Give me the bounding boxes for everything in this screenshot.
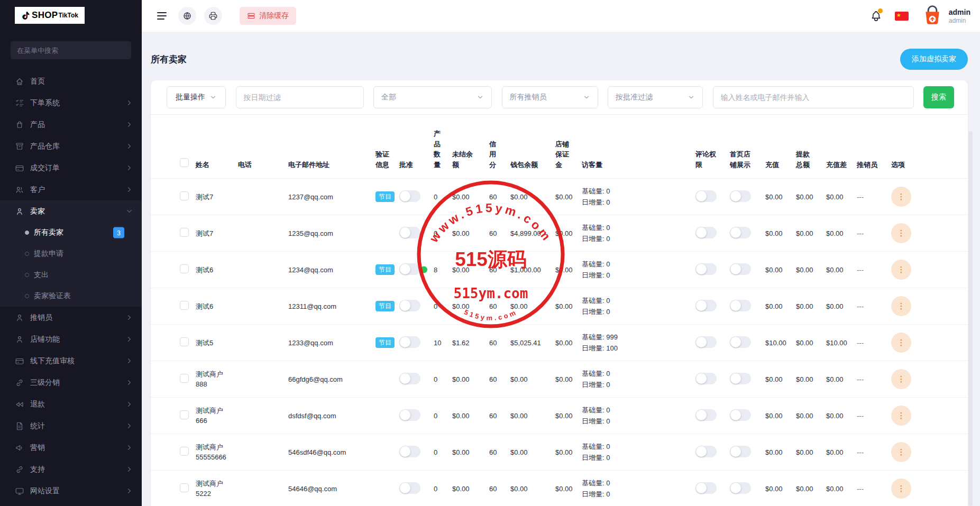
- approve-toggle[interactable]: [399, 373, 420, 384]
- comment-permission-toggle[interactable]: [695, 409, 717, 421]
- approve-toggle[interactable]: [399, 300, 420, 311]
- row-options-button[interactable]: ⋮: [891, 187, 911, 207]
- notification-bell-icon[interactable]: [870, 10, 882, 22]
- comment-permission-toggle[interactable]: [695, 190, 717, 202]
- approve-toggle[interactable]: [399, 263, 420, 275]
- salesman-filter-select[interactable]: 所有推销员: [502, 86, 598, 108]
- status-filter-select[interactable]: 全部: [373, 86, 492, 108]
- sidebar-item-6[interactable]: 卖家: [0, 200, 142, 222]
- language-globe-button[interactable]: [178, 7, 196, 25]
- sidebar-item-8[interactable]: 店铺功能: [0, 328, 142, 350]
- row-checkbox[interactable]: [180, 301, 189, 310]
- print-button[interactable]: [204, 7, 222, 25]
- approve-toggle[interactable]: [399, 482, 420, 494]
- approve-toggle[interactable]: [399, 336, 420, 348]
- col-header-withdraw: 提款总额: [796, 149, 814, 170]
- search-button[interactable]: 搜索: [923, 86, 954, 108]
- approve-toggle[interactable]: [399, 190, 420, 202]
- sidebar-item-11[interactable]: 退款: [0, 393, 142, 415]
- chevron-right-icon: [125, 379, 133, 387]
- homepage-display-toggle[interactable]: [730, 409, 751, 421]
- comment-permission-toggle[interactable]: [695, 482, 717, 494]
- row-checkbox[interactable]: [180, 483, 189, 492]
- comment-permission-toggle[interactable]: [695, 263, 717, 275]
- cell-verify: 节目: [375, 337, 399, 348]
- row-checkbox[interactable]: [180, 264, 189, 273]
- homepage-display-toggle[interactable]: [730, 446, 751, 457]
- sidebar-item-3[interactable]: 产品仓库: [0, 135, 142, 157]
- homepage-display-toggle[interactable]: [730, 336, 751, 348]
- cell-visitors: 基础量: 0 日增量: 0: [582, 441, 695, 463]
- sidebar-item-1[interactable]: 下单系统: [0, 92, 142, 114]
- homepage-display-toggle[interactable]: [730, 300, 751, 311]
- approve-toggle[interactable]: [399, 227, 420, 238]
- row-options-button[interactable]: ⋮: [891, 223, 911, 243]
- row-checkbox[interactable]: [180, 228, 189, 237]
- row-options-button[interactable]: ⋮: [891, 260, 911, 280]
- chevron-right-icon: [125, 444, 133, 452]
- sidebar-item-10[interactable]: 三级分销: [0, 372, 142, 393]
- tiktok-note-icon: [21, 11, 31, 21]
- homepage-display-toggle[interactable]: [730, 227, 751, 238]
- printer-icon: [208, 11, 218, 21]
- clear-cache-button[interactable]: 清除缓存: [240, 7, 296, 25]
- cell-deposit: $0.00: [555, 339, 582, 347]
- sidebar-item-13[interactable]: 营销: [0, 437, 142, 458]
- user-menu[interactable]: admin admin: [921, 5, 970, 27]
- cell-visitors: 基础量: 0 日增量: 0: [582, 368, 695, 390]
- sidebar-search-input[interactable]: [11, 41, 131, 59]
- add-virtual-seller-button[interactable]: 添加虚拟卖家: [900, 49, 968, 70]
- homepage-display-toggle[interactable]: [730, 263, 751, 275]
- approve-toggle[interactable]: [399, 409, 420, 421]
- row-options-button[interactable]: ⋮: [891, 296, 911, 316]
- cell-salesman: ---: [857, 448, 891, 456]
- homepage-display-toggle[interactable]: [730, 482, 751, 494]
- comment-permission-toggle[interactable]: [695, 300, 717, 311]
- sidebar-item-9[interactable]: 线下充值审核: [0, 350, 142, 372]
- sidebar-item-2[interactable]: 产品: [0, 114, 142, 135]
- homepage-display-toggle[interactable]: [730, 190, 751, 202]
- table-row: 测试6 12311@qq.com 节目 0 $0.00 60 $0.00 $0.…: [151, 288, 968, 325]
- cell-credit: 60: [489, 193, 510, 201]
- comment-permission-toggle[interactable]: [695, 336, 717, 348]
- name-email-search-input[interactable]: [713, 86, 914, 108]
- cell-name: 测试6: [196, 265, 238, 275]
- hamburger-menu-icon[interactable]: [155, 10, 168, 22]
- sidebar-subitem[interactable]: 所有卖家 3: [0, 222, 142, 243]
- date-filter-input[interactable]: [236, 86, 364, 108]
- row-checkbox[interactable]: [180, 374, 189, 383]
- sidebar-item-5[interactable]: 客户: [0, 179, 142, 200]
- sidebar-item-7[interactable]: 推销员: [0, 307, 142, 328]
- app-logo[interactable]: SHOP TikTok: [15, 7, 85, 24]
- sidebar-subitem[interactable]: 卖家验证表: [0, 286, 142, 307]
- row-checkbox[interactable]: [180, 410, 189, 419]
- row-options-button[interactable]: ⋮: [891, 369, 911, 389]
- sidebar-item-14[interactable]: 支持: [0, 458, 142, 480]
- vertical-scrollbar[interactable]: [968, 131, 973, 506]
- sidebar-subitem[interactable]: 提款申请: [0, 243, 142, 264]
- china-flag-icon[interactable]: ★: [895, 12, 909, 21]
- sidebar-item-4[interactable]: 成交订单: [0, 157, 142, 179]
- approve-toggle[interactable]: [399, 446, 420, 457]
- cell-deposit: $0.00: [555, 375, 582, 383]
- row-checkbox[interactable]: [180, 337, 189, 346]
- comment-permission-toggle[interactable]: [695, 373, 717, 384]
- sidebar-subitem[interactable]: 支出: [0, 264, 142, 286]
- sidebar-item-12[interactable]: 统计: [0, 415, 142, 437]
- row-options-button[interactable]: ⋮: [891, 406, 911, 426]
- bulk-actions-dropdown[interactable]: 批量操作: [167, 86, 226, 108]
- cell-name: 测试商户 888: [196, 369, 238, 389]
- select-all-checkbox[interactable]: [180, 158, 189, 167]
- sidebar-item-15[interactable]: 网站设置: [0, 480, 142, 502]
- row-checkbox[interactable]: [180, 191, 189, 200]
- sidebar-item-0[interactable]: 首页: [0, 70, 142, 92]
- row-options-button[interactable]: ⋮: [891, 333, 911, 353]
- approval-filter-select[interactable]: 按批准过滤: [608, 86, 703, 108]
- row-checkbox[interactable]: [180, 447, 189, 456]
- comment-permission-toggle[interactable]: [695, 227, 717, 238]
- row-options-button[interactable]: ⋮: [891, 442, 911, 462]
- homepage-display-toggle[interactable]: [730, 373, 751, 384]
- comment-permission-toggle[interactable]: [695, 446, 717, 457]
- cell-options: ⋮: [891, 369, 923, 389]
- row-options-button[interactable]: ⋮: [891, 479, 911, 499]
